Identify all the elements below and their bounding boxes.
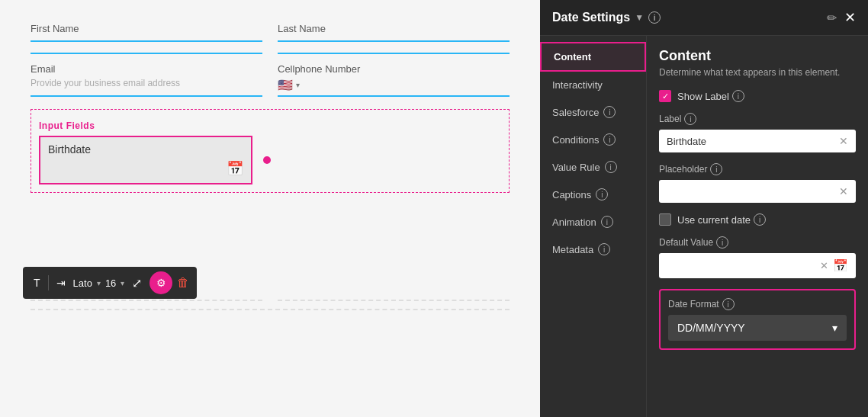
use-current-date-checkbox[interactable]: [659, 213, 671, 226]
delete-button[interactable]: 🗑: [177, 276, 189, 290]
date-format-select[interactable]: DD/MM/YYYY ▾: [668, 315, 847, 341]
input-fields-label: Input Fields: [39, 120, 501, 131]
panel-info-icon[interactable]: i: [648, 11, 661, 24]
dashed-line-full: [31, 309, 510, 310]
nav-value-rule-label: Value Rule: [552, 162, 600, 173]
default-value-input[interactable]: ✕ 📅: [659, 253, 856, 278]
nav-item-animation[interactable]: Animation i: [540, 208, 646, 236]
use-current-date-label: Use current date: [677, 214, 751, 226]
close-button[interactable]: ✕: [844, 9, 856, 26]
nav-captions-label: Captions: [552, 189, 591, 200]
panel-title-text: Date Settings: [552, 11, 630, 24]
dashed-line-1: [31, 300, 262, 301]
nav-salesforce-label: Salesforce: [552, 107, 599, 118]
captions-info-icon[interactable]: i: [596, 188, 608, 200]
external-link-button[interactable]: ⤢: [129, 274, 145, 292]
first-name-label: First Name: [31, 23, 262, 34]
metadata-info-icon[interactable]: i: [598, 243, 610, 255]
nav-item-captions[interactable]: Captions i: [540, 181, 646, 208]
nav-content-label: Content: [554, 51, 591, 63]
placeholder-input[interactable]: ✕: [659, 180, 856, 203]
label-field-info-icon[interactable]: i: [684, 113, 696, 125]
date-format-label-text: Date Format: [668, 299, 719, 310]
nav-conditions-label: Conditions: [552, 134, 599, 146]
label-field-label-text: Label: [659, 114, 681, 124]
label-clear-icon[interactable]: ✕: [839, 135, 848, 147]
nav-interactivity-label: Interactivity: [552, 79, 603, 91]
phone-field[interactable]: Cellphone Number 🇺🇸 ▾: [278, 63, 510, 97]
flag-icon: 🇺🇸: [278, 78, 293, 92]
use-current-date-text: Use current date i: [677, 213, 766, 226]
panel-title: Date Settings ▼ i: [552, 11, 661, 24]
gear-button[interactable]: ⚙: [149, 271, 172, 294]
phone-label: Cellphone Number: [278, 63, 510, 75]
date-format-chevron-icon: ▾: [832, 322, 837, 334]
nav-metadata-label: Metadata: [552, 244, 593, 255]
value-rule-info-icon[interactable]: i: [605, 161, 617, 173]
default-value-clear-icon[interactable]: ✕: [820, 260, 828, 271]
default-value-label-text: Default Value: [659, 237, 713, 248]
salesforce-info-icon[interactable]: i: [603, 106, 616, 118]
panel-header: Date Settings ▼ i ✏ ✕: [540, 0, 868, 36]
panel-nav: Content Interactivity Salesforce i Condi…: [540, 36, 647, 417]
date-format-info-icon[interactable]: i: [722, 298, 735, 310]
animation-info-icon[interactable]: i: [601, 216, 613, 228]
email-label: Email: [31, 63, 262, 75]
show-label-checkbox[interactable]: ✓: [659, 90, 671, 102]
content-description: Determine what text appears in this elem…: [659, 67, 856, 78]
nav-item-value-rule[interactable]: Value Rule i: [540, 153, 646, 181]
default-value-section: Default Value i ✕ 📅: [659, 236, 856, 278]
phone-chevron-icon: ▾: [296, 81, 300, 89]
placeholder-field-label: Placeholder i: [659, 163, 856, 175]
nav-item-content[interactable]: Content: [540, 42, 646, 72]
formatting-toolbar: T ⇥ Lato ▾ 16 ▾ ⤢ ⚙ 🗑: [23, 267, 197, 299]
name-row: First Name Last Name: [31, 23, 510, 54]
header-actions: ✏ ✕: [827, 9, 856, 26]
font-name-display[interactable]: Lato: [73, 277, 92, 289]
last-name-field[interactable]: Last Name: [278, 23, 510, 54]
placeholder-field-info-icon[interactable]: i: [710, 163, 722, 175]
label-field-section: Label i Birthdate ✕: [659, 113, 856, 152]
default-value-info-icon[interactable]: i: [716, 236, 728, 249]
input-fields-section: Input Fields Birthdate 📅: [31, 109, 510, 193]
calendar-icon[interactable]: 📅: [227, 160, 243, 177]
nav-item-interactivity[interactable]: Interactivity: [540, 72, 646, 98]
font-size-display[interactable]: 16: [105, 277, 116, 289]
default-value-calendar-icon[interactable]: 📅: [833, 258, 848, 273]
email-row: Email Provide your business email addres…: [31, 63, 510, 97]
show-label-text: Show Label i: [677, 90, 744, 102]
last-name-label: Last Name: [278, 23, 510, 34]
nav-item-metadata[interactable]: Metadata i: [540, 236, 646, 263]
default-value-label: Default Value i: [659, 236, 856, 249]
conditions-info-icon[interactable]: i: [603, 133, 616, 146]
default-value-icons: ✕ 📅: [820, 258, 848, 273]
panel-body: Content Interactivity Salesforce i Condi…: [540, 36, 868, 417]
show-label-text-value: Show Label: [677, 91, 729, 102]
first-name-field[interactable]: First Name: [31, 23, 262, 54]
email-field[interactable]: Email Provide your business email addres…: [31, 63, 262, 97]
date-format-label: Date Format i: [668, 298, 847, 310]
use-current-date-info-icon[interactable]: i: [754, 213, 766, 226]
email-placeholder: Provide your business email address: [31, 78, 262, 88]
toolbar-divider-1: [48, 275, 49, 290]
nav-item-conditions[interactable]: Conditions i: [540, 126, 646, 153]
panel-title-chevron-icon[interactable]: ▼: [635, 12, 644, 23]
date-format-value: DD/MM/YYYY: [677, 322, 745, 334]
birthdate-field[interactable]: Birthdate 📅: [39, 136, 252, 184]
placeholder-clear-icon[interactable]: ✕: [839, 185, 848, 197]
show-label-info-icon[interactable]: i: [732, 90, 744, 102]
label-input-value: Birthdate: [667, 136, 706, 147]
spacing-button[interactable]: ⇥: [53, 275, 69, 290]
selection-dot: [263, 156, 271, 164]
label-input[interactable]: Birthdate ✕: [659, 130, 856, 152]
use-current-date-row: Use current date i: [659, 213, 856, 226]
nav-item-salesforce[interactable]: Salesforce i: [540, 98, 646, 126]
canvas-bottom-area: [31, 300, 510, 310]
font-dropdown-icon[interactable]: ▾: [97, 279, 101, 287]
font-size-dropdown-icon[interactable]: ▾: [121, 279, 124, 287]
text-format-button[interactable]: T: [31, 275, 43, 290]
edit-button[interactable]: ✏: [827, 11, 837, 25]
gear-icon: ⚙: [156, 277, 166, 289]
content-panel: Content Determine what text appears in t…: [647, 36, 868, 417]
birthdate-label: Birthdate: [48, 143, 243, 156]
